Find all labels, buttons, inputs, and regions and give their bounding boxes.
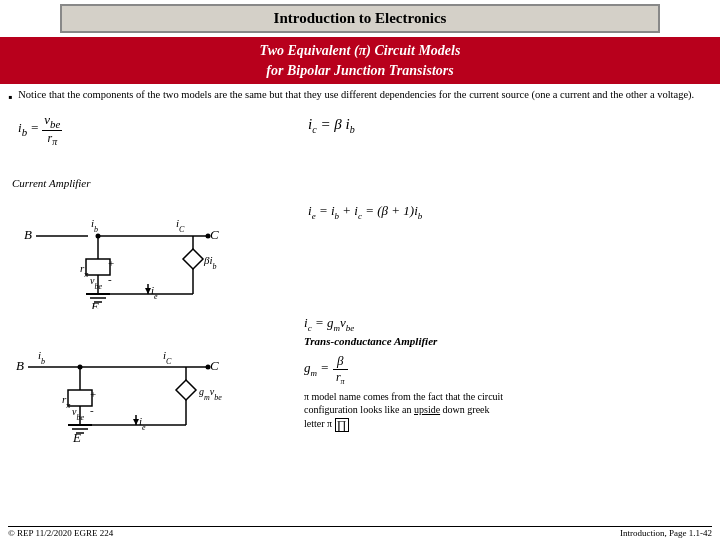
svg-text:B: B bbox=[16, 358, 24, 373]
pi-box-icon: ∏ bbox=[335, 418, 349, 432]
ic-gm-formula: ic = gmvbe bbox=[304, 315, 712, 333]
svg-text:E: E bbox=[72, 430, 81, 445]
svg-point-25 bbox=[206, 233, 211, 238]
right-panel-top: ic = β ib ie = ib + ic = (β + 1)ib bbox=[288, 112, 712, 309]
bottom-right-panel: ic = gmvbe Trans-conductance Amplifier g… bbox=[288, 315, 712, 445]
svg-text:E: E bbox=[90, 299, 99, 309]
transconductance-amplifier-label: Trans-conductance Amplifier bbox=[304, 335, 712, 347]
svg-text:βib: βib bbox=[203, 254, 217, 271]
subtitle-block: Two Equivalent (π) Circuit Models for Bi… bbox=[0, 37, 720, 84]
svg-text:ib: ib bbox=[91, 217, 98, 234]
ib-formula: ib = vbe rπ bbox=[18, 112, 288, 147]
svg-text:ib: ib bbox=[38, 349, 45, 366]
footer: © REP 11/2/2020 EGRE 224 Introduction, P… bbox=[8, 526, 712, 538]
svg-point-53 bbox=[78, 364, 83, 369]
current-amplifier-circuit: B ib rπ vbe + - E bbox=[8, 179, 278, 309]
svg-marker-16 bbox=[183, 249, 203, 269]
svg-marker-43 bbox=[176, 380, 196, 400]
ie-formula: ie = ib + ic = (β + 1)ib bbox=[308, 203, 712, 221]
svg-text:-: - bbox=[108, 273, 112, 285]
underline-upside: upside bbox=[414, 404, 440, 415]
svg-text:gmvbe: gmvbe bbox=[199, 386, 222, 402]
svg-text:B: B bbox=[24, 227, 32, 242]
transconductance-circuit: B ib rπ vbe + - E bbox=[8, 315, 278, 445]
left-panel-top: ib = vbe rπ Current Amplifier B ib rπ bbox=[8, 112, 288, 309]
svg-text:ie: ie bbox=[139, 415, 146, 432]
bottom-left-panel: B ib rπ vbe + - E bbox=[8, 315, 288, 445]
gm-formula: gm = β rπ bbox=[304, 353, 712, 386]
bottom-section: B ib rπ vbe + - E bbox=[8, 315, 712, 445]
svg-text:iC: iC bbox=[176, 217, 185, 234]
svg-text:C: C bbox=[210, 227, 219, 242]
pi-description: π model name comes from the fact that th… bbox=[304, 390, 504, 432]
svg-point-52 bbox=[206, 364, 211, 369]
bullet-marker: ▪ bbox=[8, 88, 12, 106]
top-section: ib = vbe rπ Current Amplifier B ib rπ bbox=[8, 112, 712, 309]
svg-text:+: + bbox=[90, 388, 96, 400]
svg-rect-31 bbox=[68, 390, 92, 406]
svg-text:vbe: vbe bbox=[72, 406, 84, 422]
bullet-text-content: Notice that the components of the two mo… bbox=[18, 88, 694, 103]
svg-text:C: C bbox=[210, 358, 219, 373]
subtitle-line2: for Bipolar Junction Transistors bbox=[2, 61, 718, 81]
svg-text:vbe: vbe bbox=[90, 275, 102, 291]
svg-point-26 bbox=[96, 233, 101, 238]
ic-beta-formula: ic = β ib bbox=[308, 116, 712, 135]
svg-text:+: + bbox=[108, 257, 114, 269]
subtitle-line1: Two Equivalent (π) Circuit Models bbox=[2, 41, 718, 61]
svg-rect-4 bbox=[86, 259, 110, 275]
bullet-notice: ▪ Notice that the components of the two … bbox=[8, 88, 712, 106]
page-title: Introduction to Electronics bbox=[60, 4, 660, 33]
svg-text:iC: iC bbox=[163, 349, 172, 366]
svg-text:rπ: rπ bbox=[80, 262, 89, 279]
svg-text:rπ: rπ bbox=[62, 393, 71, 410]
svg-text:ie: ie bbox=[151, 284, 158, 301]
svg-text:-: - bbox=[90, 404, 94, 416]
footer-right: Introduction, Page 1.1-42 bbox=[620, 528, 712, 538]
footer-left: © REP 11/2/2020 EGRE 224 bbox=[8, 528, 113, 538]
